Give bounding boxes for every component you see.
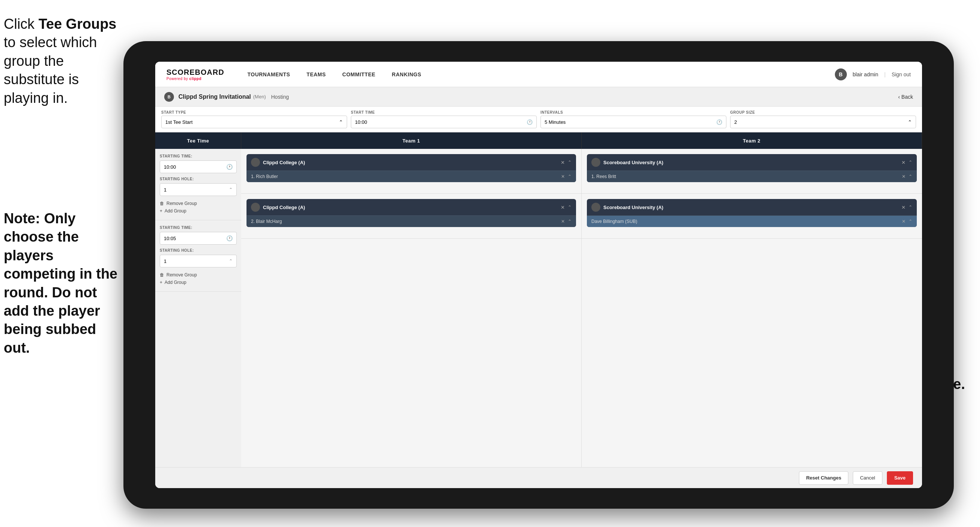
team2-header: Team 2 (582, 132, 922, 149)
column-headers: Tee Time Team 1 Team 2 (155, 132, 922, 149)
group1-starting-hole-input[interactable]: 1 ⌃ (160, 183, 237, 196)
group2-starting-time-input[interactable]: 10:05 🕐 (160, 232, 237, 245)
group2-team1-cell: Clippd College (A) ✕ ⌃ 2. Blair McHarg (241, 194, 581, 239)
group1-team2-chevron[interactable]: ⌃ (908, 160, 912, 165)
group2-team2-name: Scoreboard University (A) (603, 205, 899, 210)
group2-team2-card[interactable]: Scoreboard University (A) ✕ ⌃ Dave Billi… (587, 199, 917, 227)
group2-team2-actions: ✕ ⌃ (902, 205, 912, 210)
group2-team2-remove[interactable]: ✕ (902, 205, 905, 210)
nav-tournaments[interactable]: TOURNAMENTS (239, 62, 298, 87)
start-type-label: Start Type (161, 110, 347, 115)
group-size-label: Group Size (730, 110, 916, 115)
player2-x[interactable]: ✕ (561, 219, 565, 224)
group1-team1-avatar (251, 158, 260, 167)
save-button[interactable]: Save (887, 471, 913, 485)
group2-team2-cell: Scoreboard University (A) ✕ ⌃ Dave Billi… (582, 194, 922, 239)
controls-column: STARTING TIME: 10:00 🕐 STARTING HOLE: 1 … (155, 149, 241, 467)
group1-starting-time-input[interactable]: 10:00 🕐 (160, 161, 237, 173)
remove-icon2: 🗑 (160, 272, 164, 277)
intervals-group: Intervals 5 Minutes 🕐 (541, 110, 726, 128)
instruction-text: Click Tee Groups to select which group t… (4, 15, 120, 107)
t2g2p1-chevron[interactable]: ⌃ (908, 219, 912, 224)
back-button[interactable]: ‹ Back (898, 94, 913, 100)
logo-area: SCOREBOARD Powered by clippd (167, 68, 224, 81)
group1-team2-actions: ✕ ⌃ (902, 160, 912, 165)
group2-team2-chevron[interactable]: ⌃ (908, 205, 912, 210)
nav-items: TOURNAMENTS TEAMS COMMITTEE RANKINGS (239, 62, 835, 87)
t2p1-x[interactable]: ✕ (902, 174, 905, 179)
group1-team2-card[interactable]: Scoreboard University (A) ✕ ⌃ 1. Rees Br… (587, 154, 917, 182)
group1-team2-player1[interactable]: 1. Rees Britt ✕ ⌃ (587, 170, 917, 182)
remove-icon: 🗑 (160, 201, 164, 206)
group1-team1-remove[interactable]: ✕ (561, 160, 565, 165)
sub-header-badge: (Men) (253, 94, 266, 99)
cancel-button[interactable]: Cancel (853, 471, 882, 485)
group2-add-button[interactable]: + Add Group (160, 279, 237, 286)
group2-starting-hole-label: STARTING HOLE: (160, 248, 237, 253)
group-size-select[interactable]: 2 ⌃ (730, 116, 916, 128)
group1-team2-player1-name: 1. Rees Britt (591, 174, 616, 179)
start-time-label: Start Time (351, 110, 537, 115)
group1-controls: STARTING TIME: 10:00 🕐 STARTING HOLE: 1 … (155, 149, 241, 220)
group1-team1-card[interactable]: Clippd College (A) ✕ ⌃ 1. Rich Butler (247, 154, 576, 182)
player1-x[interactable]: ✕ (561, 174, 565, 179)
sub-header-hosting: Hosting (271, 94, 289, 100)
logo-powered: Powered by clippd (167, 77, 224, 81)
group2-team1-chevron[interactable]: ⌃ (568, 205, 571, 210)
group1-team1-chevron[interactable]: ⌃ (568, 160, 571, 165)
navbar: SCOREBOARD Powered by clippd TOURNAMENTS… (155, 62, 922, 87)
sub-header-logo: B (164, 92, 174, 102)
group2-team1-remove[interactable]: ✕ (561, 205, 565, 210)
group1-team2-remove[interactable]: ✕ (902, 160, 905, 165)
group2-team2-player1[interactable]: Dave Billingham (SUB) ✕ ⌃ (587, 215, 917, 227)
group2-controls: STARTING TIME: 10:05 🕐 STARTING HOLE: 1 … (155, 220, 241, 292)
group1-add-button[interactable]: + Add Group (160, 207, 237, 215)
group-size-chevron: ⌃ (908, 119, 912, 125)
group2-team2-header: Scoreboard University (A) ✕ ⌃ (587, 199, 917, 215)
user-avatar: B (835, 68, 847, 80)
sub-header: B Clippd Spring Invitational (Men) Hosti… (155, 87, 922, 107)
tee-time-header: Tee Time (155, 132, 241, 149)
group2-team2-player1-actions: ✕ ⌃ (902, 219, 912, 224)
group2-starting-time-label: STARTING TIME: (160, 226, 237, 230)
sign-out-link[interactable]: Sign out (892, 72, 911, 77)
group2-remove-button[interactable]: 🗑 Remove Group (160, 271, 237, 279)
team1-header: Team 1 (241, 132, 582, 149)
group1-team1-cell: Clippd College (A) ✕ ⌃ 1. Rich Butler (241, 149, 581, 194)
group1-starting-hole-value: 1 (164, 187, 167, 193)
player1-chevron[interactable]: ⌃ (568, 174, 571, 179)
group1-remove-button[interactable]: 🗑 Remove Group (160, 200, 237, 207)
intervals-select[interactable]: 5 Minutes 🕐 (541, 116, 726, 128)
group2-team1-actions: ✕ ⌃ (561, 205, 571, 210)
start-time-clock-icon: 🕐 (527, 119, 533, 125)
group2-starting-hole-input[interactable]: 1 ⌃ (160, 255, 237, 267)
group2-team1-player1[interactable]: 2. Blair McHarg ✕ ⌃ (247, 215, 576, 227)
group-size-group: Group Size 2 ⌃ (730, 110, 916, 128)
t2g2p1-x[interactable]: ✕ (902, 219, 905, 224)
bottom-bar: Reset Changes Cancel Save (155, 467, 922, 488)
team1-column: Clippd College (A) ✕ ⌃ 1. Rich Butler (241, 149, 582, 467)
group2-clock-icon: 🕐 (226, 235, 233, 241)
group1-team2-header: Scoreboard University (A) ✕ ⌃ (587, 154, 917, 170)
start-type-select[interactable]: 1st Tee Start ⌃ (161, 116, 347, 128)
tee-groups-bold: Tee Groups (38, 16, 116, 32)
group1-team1-player1-actions: ✕ ⌃ (561, 174, 571, 179)
group2-team2-player1-name: Dave Billingham (SUB) (591, 219, 637, 224)
group1-team1-player1-name: 1. Rich Butler (251, 174, 278, 179)
group2-team1-player1-name: 2. Blair McHarg (251, 219, 282, 224)
t2p1-chevron[interactable]: ⌃ (908, 174, 912, 179)
group2-team1-card[interactable]: Clippd College (A) ✕ ⌃ 2. Blair McHarg (247, 199, 576, 227)
logo-scoreboard: SCOREBOARD (167, 68, 224, 77)
group1-team2-avatar (591, 158, 600, 167)
reset-changes-button[interactable]: Reset Changes (799, 471, 848, 485)
nav-committee[interactable]: COMMITTEE (334, 62, 384, 87)
group-size-value: 2 (734, 119, 737, 125)
nav-teams[interactable]: TEAMS (299, 62, 334, 87)
start-time-select[interactable]: 10:00 🕐 (351, 116, 537, 128)
group2-team2-avatar (591, 203, 600, 212)
note-bold: Note: Only choose the players competing … (4, 210, 118, 356)
nav-rankings[interactable]: RANKINGS (384, 62, 430, 87)
group1-team1-player1[interactable]: 1. Rich Butler ✕ ⌃ (247, 170, 576, 182)
player2-chevron[interactable]: ⌃ (568, 219, 571, 224)
start-type-value: 1st Tee Start (165, 119, 192, 125)
